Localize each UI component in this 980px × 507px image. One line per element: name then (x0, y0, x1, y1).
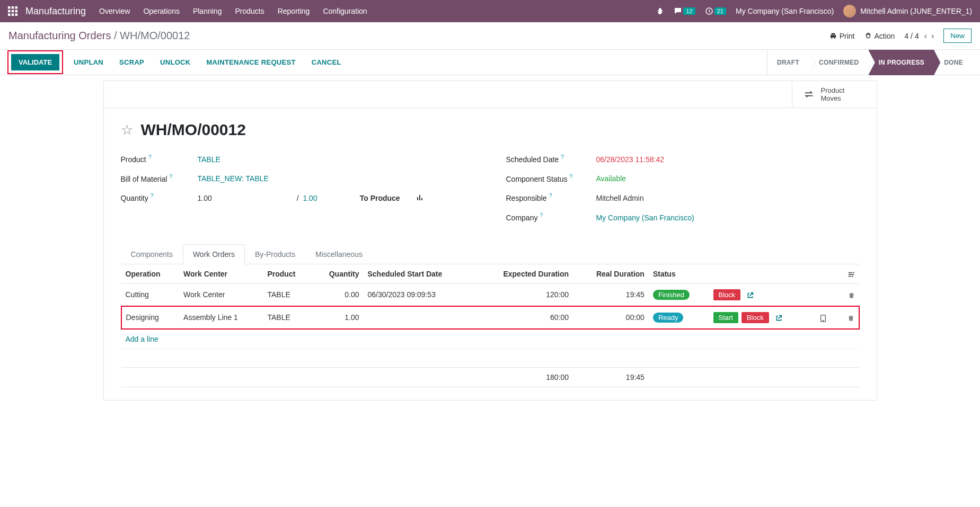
block-button[interactable]: Block (713, 289, 741, 300)
comp-status-label: Component Status ? (506, 173, 596, 183)
print-icon (829, 32, 837, 40)
svg-rect-2 (15, 6, 18, 9)
tablet-icon[interactable] (819, 313, 827, 322)
svg-rect-6 (8, 14, 11, 16)
help-icon[interactable]: ? (540, 212, 543, 218)
messages-count: 12 (683, 7, 695, 15)
scheduled-label: Scheduled Date ? (506, 154, 596, 164)
work-orders-table: Operation Work Center Product Quantity S… (121, 264, 860, 387)
start-button[interactable]: Start (713, 312, 738, 323)
chart-icon[interactable] (416, 194, 425, 202)
navbar-right: 12 21 My Company (San Francisco) Mitchel… (656, 5, 972, 17)
breadcrumb-parent[interactable]: Manufacturing Orders (8, 30, 111, 41)
maintenance-button[interactable]: MAINTENANCE REQUEST (206, 58, 295, 66)
status-draft[interactable]: DRAFT (767, 50, 809, 75)
responsible-label: Responsible ? (506, 192, 596, 202)
unplan-button[interactable]: UNPLAN (74, 58, 103, 66)
company-value[interactable]: My Company (San Francisco) (596, 214, 860, 222)
status-badge: Finished (653, 290, 690, 300)
breadcrumb: Manufacturing Orders / WH/MO/00012 (8, 30, 190, 42)
comp-status-value: Available (596, 174, 860, 183)
breadcrumb-current: WH/MO/00012 (120, 30, 190, 41)
trash-icon[interactable] (847, 313, 854, 322)
scrap-button[interactable]: SCRAP (119, 58, 144, 66)
validate-highlight: VALIDATE (7, 50, 63, 74)
control-panel: Manufacturing Orders / WH/MO/00012 Print… (0, 22, 980, 50)
external-link-icon[interactable] (747, 290, 754, 299)
total-real: 19:45 (573, 367, 649, 387)
svg-point-11 (852, 275, 853, 277)
activities-count: 21 (714, 7, 726, 15)
page-title: WH/MO/00012 (141, 121, 246, 139)
svg-rect-4 (12, 10, 14, 13)
scheduled-value[interactable]: 06/28/2023 11:58:42 (596, 155, 860, 164)
print-button[interactable]: Print (829, 32, 855, 40)
help-icon[interactable]: ? (151, 192, 154, 199)
activities-icon[interactable]: 21 (705, 7, 726, 15)
col-work-center: Work Center (179, 264, 263, 284)
svg-point-10 (853, 272, 854, 273)
help-icon[interactable]: ? (569, 173, 572, 180)
apps-icon[interactable] (8, 6, 17, 16)
avatar (843, 5, 856, 17)
nav-products[interactable]: Products (235, 7, 264, 15)
quantity-label: Quantity ? (121, 192, 198, 202)
col-status: Status (649, 264, 709, 284)
quantity-value: 1.00 / 1.00 To Produce (198, 194, 474, 202)
pager-prev[interactable]: ‹ (924, 31, 927, 41)
company-label: Company ? (506, 212, 596, 222)
trash-icon[interactable] (848, 290, 855, 299)
add-line-row: Add a line (121, 329, 859, 349)
brand-name[interactable]: Manufacturing (25, 6, 86, 17)
navbar: Manufacturing Overview Operations Planni… (0, 0, 980, 22)
tab-components[interactable]: Components (121, 244, 183, 264)
product-moves-button[interactable]: Product Moves (792, 81, 877, 108)
star-icon[interactable]: ☆ (121, 122, 133, 138)
tab-by-products[interactable]: By-Products (245, 244, 305, 264)
unlock-button[interactable]: UNLOCK (160, 58, 190, 66)
help-icon[interactable]: ? (169, 173, 172, 180)
status-confirmed[interactable]: CONFIRMED (809, 50, 868, 75)
action-bar: VALIDATE UNPLAN SCRAP UNLOCK MAINTENANCE… (0, 50, 980, 75)
nav-operations[interactable]: Operations (143, 7, 179, 15)
messages-icon[interactable]: 12 (674, 7, 695, 15)
external-link-icon[interactable] (775, 313, 782, 322)
help-icon[interactable]: ? (148, 154, 152, 160)
nav-configuration[interactable]: Configuration (323, 7, 367, 15)
cancel-button[interactable]: CANCEL (312, 58, 341, 66)
tab-miscellaneous[interactable]: Miscellaneous (305, 244, 373, 264)
nav-overview[interactable]: Overview (99, 7, 130, 15)
gear-icon (864, 32, 872, 40)
block-button[interactable]: Block (741, 312, 769, 323)
user-name: Mitchell Admin (JUNE_ENTER_1) (860, 7, 972, 15)
svg-point-13 (823, 320, 824, 321)
total-expected: 180:00 (474, 367, 573, 387)
pager-value: 4 / 4 (904, 32, 919, 40)
nav-reporting[interactable]: Reporting (278, 7, 310, 15)
svg-rect-0 (8, 6, 11, 9)
settings-icon[interactable] (847, 270, 855, 278)
add-line-button[interactable]: Add a line (126, 335, 855, 343)
help-icon[interactable]: ? (549, 192, 552, 199)
status-bar: DRAFT CONFIRMED IN PROGRESS DONE (767, 50, 973, 75)
pager-next[interactable]: › (931, 31, 934, 41)
tab-work-orders[interactable]: Work Orders (183, 244, 245, 264)
status-in-progress[interactable]: IN PROGRESS (868, 50, 934, 75)
col-product: Product (263, 264, 312, 284)
status-badge: Ready (653, 313, 684, 323)
new-button[interactable]: New (943, 29, 972, 43)
company-selector[interactable]: My Company (San Francisco) (736, 7, 834, 15)
user-menu[interactable]: Mitchell Admin (JUNE_ENTER_1) (843, 5, 972, 17)
help-icon[interactable]: ? (561, 154, 564, 160)
col-real: Real Duration (573, 264, 649, 284)
table-row[interactable]: Cutting Work Center TABLE 0.00 06/30/202… (121, 283, 859, 306)
table-row[interactable]: Designing Assembly Line 1 TABLE 1.00 60:… (121, 306, 859, 329)
nav-planning[interactable]: Planning (193, 7, 222, 15)
svg-rect-1 (12, 6, 14, 9)
action-button[interactable]: Action (864, 32, 895, 40)
responsible-value[interactable]: Mitchell Admin (596, 194, 860, 202)
product-value[interactable]: TABLE (198, 155, 474, 164)
debug-icon[interactable] (656, 7, 664, 15)
bom-value[interactable]: TABLE_NEW: TABLE (198, 174, 474, 183)
validate-button[interactable]: VALIDATE (11, 54, 59, 70)
